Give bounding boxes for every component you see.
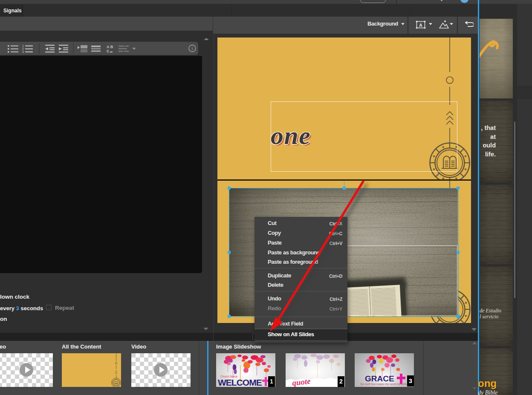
svg-text:3: 3: [22, 50, 24, 53]
svg-text:1: 1: [22, 44, 24, 47]
svg-text:WELCOME: WELCOME: [218, 378, 262, 387]
svg-text:A B: A B: [107, 45, 113, 49]
svg-text:A: A: [419, 23, 422, 28]
svg-text:i: i: [192, 46, 193, 51]
svg-text:the stuff that makes the world: the stuff that makes the world beautiful: [360, 383, 408, 386]
svg-text:GRACE: GRACE: [365, 374, 394, 383]
svg-text:2: 2: [22, 47, 24, 50]
svg-text:C: C: [107, 49, 110, 53]
svg-text:quote: quote: [292, 377, 311, 387]
